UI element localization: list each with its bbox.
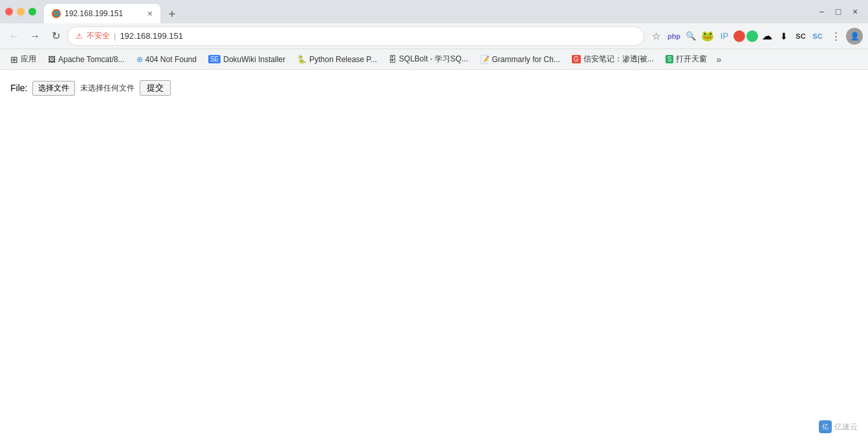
bookmark-grammarly-label: Grammarly for Ch... — [492, 55, 560, 64]
apache-icon: 🖼 — [48, 55, 56, 64]
ext-icon-9[interactable]: SC — [793, 28, 808, 44]
file-upload-form: File: 选择文件 未选择任何文件 提交 — [10, 80, 858, 96]
profile-icon[interactable]: 👤 — [846, 28, 863, 45]
bookmark-dokuwiki-label: DokuWiki Installer — [223, 55, 285, 64]
ext-icon-10[interactable]: SC — [810, 28, 825, 44]
ext-icon-2[interactable]: 🔍 — [683, 28, 699, 44]
bookmark-xian[interactable]: G 信安笔记：渗透|被... — [567, 52, 659, 67]
submit-button[interactable]: 提交 — [140, 80, 171, 96]
active-tab[interactable]: 🌐 192.168.199.151 × — [44, 4, 160, 23]
maximize-window-button[interactable] — [28, 8, 36, 16]
bookmark-kaitian[interactable]: S 打开天窗 — [660, 52, 713, 67]
dokuwiki-icon: SE — [208, 55, 221, 63]
refresh-button[interactable]: ↻ — [47, 27, 65, 45]
ext-icon-3[interactable]: 🐸 — [700, 28, 715, 44]
apps-button[interactable]: ⊞ 应用 — [5, 52, 41, 67]
watermark-icon: 亿 — [819, 420, 832, 433]
more-options-button[interactable]: ⋮ — [827, 27, 845, 45]
kaitian-icon: S — [666, 55, 674, 63]
bookmark-python[interactable]: 🐍 Python Release P... — [292, 52, 382, 67]
minimize-action[interactable]: − — [814, 4, 829, 19]
xian-icon: G — [572, 55, 581, 63]
url-text: 192.168.199.151 — [120, 31, 636, 41]
tab-favicon: 🌐 — [52, 9, 61, 18]
bookmark-sqlbolt-label: SQLBolt - 学习SQ... — [399, 54, 468, 65]
bookmarks-bar: ⊞ 应用 🖼 Apache Tomcat/8... ⊕ 404 Not Foun… — [0, 49, 868, 70]
sqlbolt-icon: 🗄 — [389, 55, 396, 64]
ext-icon-8[interactable]: ⬇ — [776, 28, 792, 44]
apps-label: 应用 — [21, 54, 36, 65]
forward-button[interactable]: → — [26, 27, 44, 45]
bookmark-grammarly[interactable]: 📝 Grammarly for Ch... — [475, 52, 565, 67]
ext-php-icon[interactable]: php — [666, 28, 682, 44]
no-file-selected-label: 未选择任何文件 — [80, 83, 135, 94]
security-icon: ⚠ — [76, 32, 83, 41]
bookmark-kaitian-label: 打开天窗 — [676, 54, 707, 65]
new-tab-button[interactable]: + — [163, 5, 181, 23]
tab-title: 192.168.199.151 — [65, 9, 144, 18]
title-bar: 🌐 192.168.199.151 × + − □ × — [0, 0, 868, 23]
navigation-bar: ← → ↻ ⚠ 不安全 | 192.168.199.151 ☆ php 🔍 🐸 … — [0, 23, 868, 49]
ext-icon-4[interactable]: IP — [717, 28, 732, 44]
close-tab-button[interactable]: × — [147, 9, 153, 18]
choose-file-button[interactable]: 选择文件 — [32, 81, 75, 96]
bookmark-apache[interactable]: 🖼 Apache Tomcat/8... — [43, 52, 130, 67]
window-action-buttons: − □ × — [814, 4, 863, 19]
bookmark-dokuwiki[interactable]: SE DokuWiki Installer — [203, 52, 290, 67]
ext-icon-5[interactable] — [733, 30, 745, 42]
window-controls — [5, 8, 36, 16]
file-label: File: — [10, 83, 27, 93]
tab-bar: 🌐 192.168.199.151 × + — [44, 0, 811, 23]
bookmark-xian-label: 信安笔记：渗透|被... — [583, 54, 654, 65]
close-window-button[interactable] — [5, 8, 13, 16]
close-action[interactable]: × — [847, 4, 863, 19]
bookmark-404-label: 404 Not Found — [146, 55, 197, 64]
bookmark-python-label: Python Release P... — [309, 55, 377, 64]
address-separator: | — [114, 31, 116, 41]
maximize-action[interactable]: □ — [830, 4, 846, 19]
more-bookmarks-button[interactable]: » — [713, 54, 724, 65]
404-icon: ⊕ — [136, 55, 143, 64]
page-content: File: 选择文件 未选择任何文件 提交 — [0, 70, 868, 441]
back-button[interactable]: ← — [5, 27, 23, 45]
browser-window: 🌐 192.168.199.151 × + − □ × ← → ↻ ⚠ 不安全 … — [0, 0, 868, 441]
extension-icons: ☆ php 🔍 🐸 IP ☁ ⬇ SC SC ⋮ 👤 — [647, 27, 863, 45]
security-label: 不安全 — [87, 27, 110, 45]
bookmark-apache-label: Apache Tomcat/8... — [58, 55, 125, 64]
star-button[interactable]: ☆ — [647, 27, 665, 45]
ext-icon-7[interactable]: ☁ — [759, 28, 775, 44]
ext-icon-6[interactable] — [746, 30, 758, 42]
bookmark-404[interactable]: ⊕ 404 Not Found — [131, 52, 202, 67]
watermark: 亿 亿速云 — [819, 420, 858, 433]
minimize-window-button[interactable] — [17, 8, 25, 16]
bookmark-sqlbolt[interactable]: 🗄 SQLBolt - 学习SQ... — [384, 52, 473, 67]
address-bar[interactable]: ⚠ 不安全 | 192.168.199.151 — [67, 27, 644, 46]
python-icon: 🐍 — [297, 55, 307, 64]
watermark-text: 亿速云 — [834, 422, 858, 433]
apps-grid-icon: ⊞ — [10, 54, 18, 65]
grammarly-icon: 📝 — [480, 55, 490, 64]
